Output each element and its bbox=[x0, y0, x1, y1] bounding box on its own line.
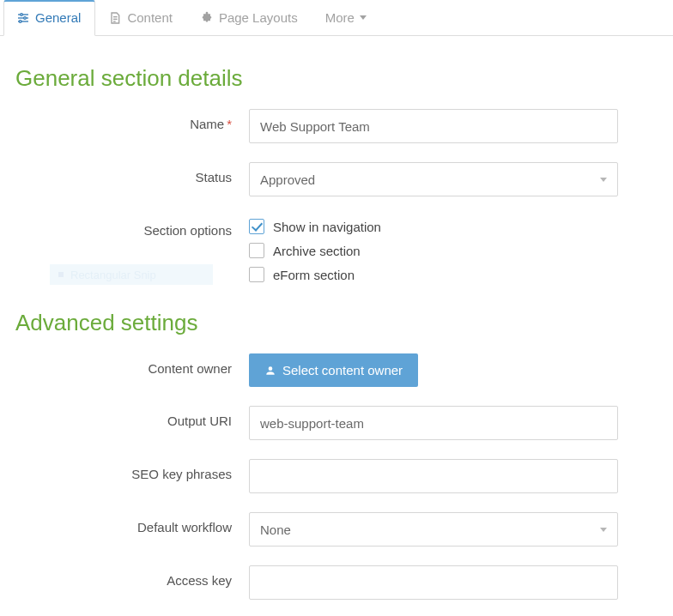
general-section-title: General section details bbox=[15, 65, 652, 92]
svg-point-1 bbox=[21, 13, 23, 15]
access-key-label: Access key bbox=[15, 565, 249, 588]
svg-point-5 bbox=[19, 20, 21, 22]
chevron-down-icon bbox=[600, 178, 607, 182]
select-content-owner-button[interactable]: Select content owner bbox=[249, 353, 418, 387]
output-uri-input[interactable] bbox=[249, 406, 618, 440]
default-workflow-value: None bbox=[260, 522, 291, 537]
puzzle-icon bbox=[200, 11, 214, 25]
option-show-in-navigation[interactable]: Show in navigation bbox=[249, 219, 618, 234]
checkbox-icon bbox=[249, 219, 264, 234]
button-label: Select content owner bbox=[282, 363, 403, 377]
form-content: General section details Name* Status App… bbox=[0, 43, 673, 616]
tab-general-label: General bbox=[35, 10, 81, 25]
tab-general[interactable]: General bbox=[3, 0, 95, 36]
chevron-down-icon bbox=[360, 15, 367, 20]
checkbox-icon bbox=[249, 267, 264, 282]
svg-point-3 bbox=[24, 16, 27, 19]
name-label: Name* bbox=[15, 109, 249, 131]
document-icon bbox=[108, 11, 122, 25]
tab-more[interactable]: More bbox=[312, 0, 381, 36]
user-icon bbox=[264, 365, 276, 377]
status-select[interactable]: Approved bbox=[249, 162, 618, 196]
tab-more-label: More bbox=[325, 10, 355, 25]
tab-content-label: Content bbox=[127, 10, 173, 25]
output-uri-label: Output URI bbox=[15, 406, 249, 428]
seo-key-phrases-label: SEO key phrases bbox=[15, 459, 249, 481]
advanced-settings-title: Advanced settings bbox=[15, 310, 652, 336]
name-input[interactable] bbox=[249, 109, 618, 143]
chevron-down-icon bbox=[600, 528, 607, 532]
tab-bar: General Content Page Layouts More bbox=[0, 0, 673, 36]
status-label: Status bbox=[15, 162, 249, 184]
sliders-icon bbox=[16, 11, 30, 25]
content-owner-label: Content owner bbox=[15, 353, 249, 376]
default-workflow-select[interactable]: None bbox=[249, 512, 618, 547]
required-asterisk: * bbox=[227, 117, 232, 131]
status-value: Approved bbox=[260, 172, 315, 187]
tab-content[interactable]: Content bbox=[95, 0, 187, 36]
option-label: eForm section bbox=[273, 268, 355, 282]
checkbox-icon bbox=[249, 243, 264, 258]
default-workflow-label: Default workflow bbox=[15, 512, 249, 534]
option-label: Show in navigation bbox=[273, 220, 381, 234]
seo-key-phrases-input[interactable] bbox=[249, 459, 618, 493]
section-options-label: Section options bbox=[15, 215, 249, 238]
option-archive-section[interactable]: Archive section bbox=[249, 243, 618, 258]
option-eform-section[interactable]: eForm section bbox=[249, 267, 618, 282]
tab-page-layouts[interactable]: Page Layouts bbox=[187, 0, 312, 36]
access-key-input[interactable] bbox=[249, 565, 618, 600]
option-label: Archive section bbox=[273, 244, 361, 258]
tab-page-layouts-label: Page Layouts bbox=[219, 10, 298, 25]
